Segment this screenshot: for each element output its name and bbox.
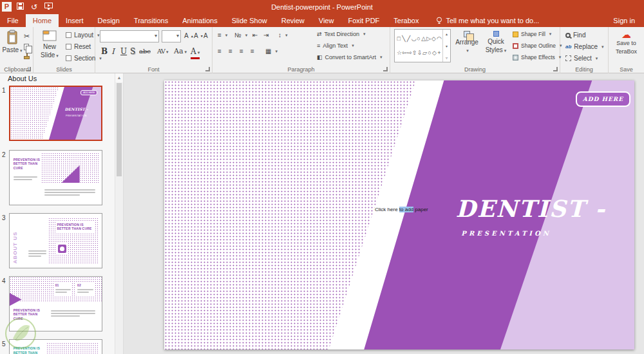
- save-to-terabox-button[interactable]: ☁ Save to TeraBox: [611, 30, 641, 55]
- new-slide-button[interactable]: New Slide: [36, 30, 63, 59]
- clear-formatting-button[interactable]: A: [204, 32, 208, 39]
- drawing-dialog-launcher[interactable]: [553, 67, 558, 71]
- font-color-button[interactable]: A: [191, 47, 200, 59]
- font-size-combo[interactable]: [162, 30, 181, 42]
- align-right-button[interactable]: ≡: [240, 48, 243, 55]
- numbering-button[interactable]: №: [234, 32, 247, 39]
- format-painter-button[interactable]: [24, 56, 30, 59]
- shape-icon[interactable]: ○: [428, 50, 431, 57]
- slide-thumbnail-1[interactable]: DENTIST - PRESENTATION ADD HERE: [9, 86, 102, 141]
- shapes-gallery[interactable]: □╲╱◡○△▷◇◠ ☆⇦⇨⇧⇩▱○◇+ ▴ ▾ ▿: [394, 29, 451, 62]
- select-button[interactable]: Select: [565, 55, 598, 62]
- align-left-button[interactable]: ≡: [218, 48, 222, 55]
- slide-note-textbox[interactable]: Click here to add paper: [375, 207, 428, 212]
- section-header[interactable]: About Us: [8, 75, 37, 82]
- scrollbar-thumb[interactable]: [117, 83, 122, 176]
- cut-button[interactable]: ✂: [24, 32, 30, 41]
- paste-button[interactable]: Paste: [2, 30, 23, 54]
- slide-thumbnail-5[interactable]: PREVENTION IS BETTER THAN CURE: [9, 339, 102, 354]
- select-icon: [565, 55, 571, 61]
- tell-me-box[interactable]: Tell me what you want to do...: [430, 14, 545, 27]
- tab-review[interactable]: Review: [274, 14, 312, 27]
- tab-home[interactable]: Home: [26, 14, 59, 27]
- shape-effects-button[interactable]: Shape Effects: [513, 54, 561, 61]
- shape-icon[interactable]: ⇦: [402, 50, 406, 57]
- shapes-gallery-scroll[interactable]: ▴ ▾ ▿: [442, 30, 450, 62]
- tab-transitions[interactable]: Transitions: [127, 14, 175, 27]
- copy-button[interactable]: [24, 44, 29, 50]
- align-center-button[interactable]: ≡: [229, 48, 232, 55]
- tab-slideshow[interactable]: Slide Show: [225, 14, 274, 27]
- grow-font-button[interactable]: A: [184, 32, 193, 39]
- text-shadow-button[interactable]: S: [130, 47, 135, 56]
- shape-icon[interactable]: ╱: [406, 35, 411, 42]
- font-name-combo[interactable]: [100, 30, 159, 42]
- scrollbar-up-arrow[interactable]: ▲: [115, 73, 123, 82]
- find-button[interactable]: Find: [565, 32, 585, 39]
- shape-fill-button[interactable]: Shape Fill: [513, 31, 551, 37]
- columns-button[interactable]: ▦: [265, 48, 278, 55]
- shape-icon[interactable]: ◡: [412, 35, 416, 42]
- tab-design[interactable]: Design: [91, 14, 127, 27]
- shape-icon[interactable]: ◇: [431, 35, 436, 42]
- save-group: ☁ Save to TeraBox Save: [609, 27, 644, 73]
- shape-icon[interactable]: ☆: [397, 50, 401, 57]
- strikethrough-button[interactable]: abc: [139, 47, 151, 56]
- increase-indent-button[interactable]: ⇥: [263, 32, 269, 39]
- arrange-button[interactable]: Arrange: [453, 31, 480, 54]
- character-spacing-button[interactable]: AV: [157, 47, 167, 57]
- current-slide[interactable]: DENTIST - PRESENTATION ADD HERE Click he…: [164, 80, 634, 349]
- decrease-indent-button[interactable]: ⇤: [252, 32, 258, 39]
- replace-button[interactable]: abReplace: [565, 43, 604, 50]
- slide-title-textbox[interactable]: DENTIST -: [456, 195, 606, 222]
- font-dialog-launcher[interactable]: [205, 67, 210, 71]
- slide-subtitle-textbox[interactable]: PRESENTATION: [461, 230, 551, 237]
- gallery-down-icon[interactable]: ▾: [446, 44, 448, 48]
- line-spacing-button[interactable]: ↕: [278, 32, 288, 39]
- shrink-font-button[interactable]: A: [194, 32, 203, 39]
- align-text-button[interactable]: ≡Align Text: [317, 42, 354, 49]
- tab-file[interactable]: File: [0, 14, 26, 27]
- quick-styles-button[interactable]: Quick Styles: [482, 31, 510, 54]
- shape-icon[interactable]: ▷: [426, 35, 431, 42]
- shape-icon[interactable]: □: [397, 35, 401, 42]
- clipboard-dialog-launcher[interactable]: [26, 67, 31, 71]
- tab-foxit-pdf[interactable]: Foxit PDF: [341, 14, 386, 27]
- gallery-up-icon[interactable]: ▴: [446, 32, 448, 36]
- thumb-subtitle: PRESENTATION: [66, 115, 87, 117]
- layout-button[interactable]: Layout: [66, 32, 100, 39]
- shape-icon[interactable]: +: [437, 50, 441, 57]
- bold-button[interactable]: B: [101, 47, 108, 56]
- tab-view[interactable]: View: [312, 14, 341, 27]
- bullets-button[interactable]: ≡: [218, 32, 227, 39]
- italic-button[interactable]: I: [111, 47, 115, 56]
- convert-smartart-button[interactable]: ◧Convert to SmartArt: [317, 54, 383, 61]
- tab-terabox[interactable]: Terabox: [386, 14, 426, 27]
- add-here-button[interactable]: ADD HERE: [576, 91, 630, 107]
- thumbnails-scrollbar[interactable]: ▲: [115, 73, 124, 354]
- tab-animations[interactable]: Animations: [175, 14, 224, 27]
- slide-thumbnail-2[interactable]: PREVENTION IS BETTER THAN CURE: [9, 150, 102, 205]
- text-direction-button[interactable]: ⇄Text Direction: [317, 31, 366, 37]
- gallery-more-icon[interactable]: ▿: [446, 55, 448, 60]
- shape-outline-button[interactable]: Shape Outline: [513, 42, 562, 49]
- shape-icon[interactable]: ▱: [422, 50, 427, 57]
- shape-icon[interactable]: ⇧: [412, 50, 417, 57]
- shape-icon[interactable]: ◠: [437, 35, 441, 42]
- change-case-button[interactable]: Aa: [174, 47, 187, 57]
- reset-button[interactable]: Reset: [66, 43, 91, 50]
- slide-thumbnail-4[interactable]: 01 02 PREVENTION IS BETTER THAN CURE: [9, 276, 102, 331]
- shape-icon[interactable]: ╲: [402, 35, 406, 42]
- slide-canvas[interactable]: DENTIST - PRESENTATION ADD HERE Click he…: [124, 73, 644, 354]
- justify-button[interactable]: ≡: [251, 48, 254, 55]
- shape-icon[interactable]: ◇: [432, 50, 437, 57]
- slide-thumbnail-3[interactable]: ABOUT US PREVENTION IS BETTER THAN CURE: [9, 213, 102, 268]
- underline-button[interactable]: U: [120, 47, 127, 56]
- shape-icon[interactable]: △: [421, 35, 426, 42]
- shape-icon[interactable]: ⇨: [407, 50, 412, 57]
- tab-insert[interactable]: Insert: [59, 14, 91, 27]
- paragraph-dialog-launcher[interactable]: [383, 67, 388, 71]
- shape-icon[interactable]: ○: [417, 35, 421, 42]
- sign-in-button[interactable]: Sign in: [613, 14, 635, 27]
- shape-icon[interactable]: ⇩: [417, 50, 422, 57]
